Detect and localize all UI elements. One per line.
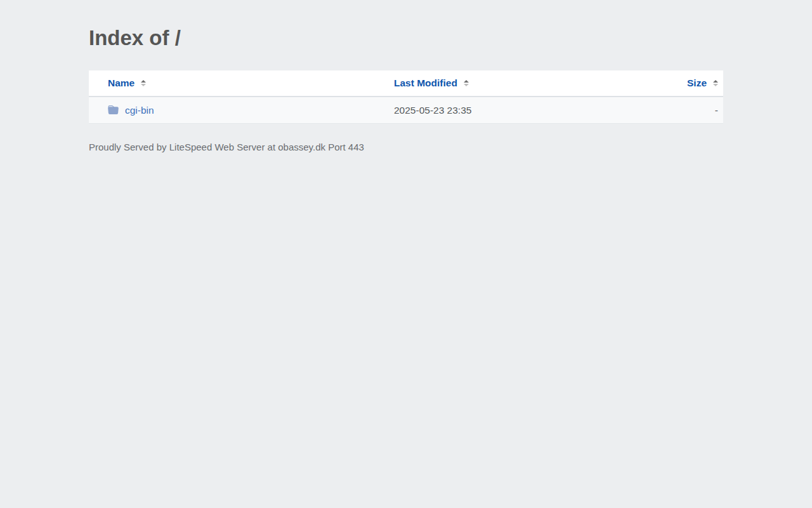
file-listing-table: Name Last Modified Size [89, 70, 723, 124]
size-value: - [715, 105, 718, 116]
column-header-name[interactable]: Name [108, 77, 134, 89]
last-modified-cell: 2025-05-23 23:35 [394, 105, 628, 116]
name-cell: cgi-bin [89, 105, 394, 116]
folder-icon [108, 105, 119, 116]
last-modified-value: 2025-05-23 23:35 [394, 105, 471, 116]
sort-arrows-icon[interactable] [141, 80, 146, 86]
header-cell-last-modified: Last Modified [394, 77, 628, 89]
size-cell: - [628, 105, 723, 116]
header-cell-size: Size [628, 77, 723, 89]
table-header-row: Name Last Modified Size [89, 70, 723, 97]
sort-arrows-icon[interactable] [464, 80, 469, 86]
server-footer: Proudly Served by LiteSpeed Web Server a… [89, 142, 723, 152]
page-title: Index of / [89, 25, 723, 51]
directory-link-cgi-bin[interactable]: cgi-bin [125, 105, 154, 116]
column-header-last-modified[interactable]: Last Modified [394, 77, 457, 89]
header-cell-name: Name [89, 77, 394, 89]
table-row: cgi-bin 2025-05-23 23:35 - [89, 97, 723, 124]
directory-index-page: Index of / Name Last Modified Size [89, 25, 723, 152]
column-header-size[interactable]: Size [687, 77, 707, 89]
sort-arrows-icon[interactable] [713, 80, 718, 86]
